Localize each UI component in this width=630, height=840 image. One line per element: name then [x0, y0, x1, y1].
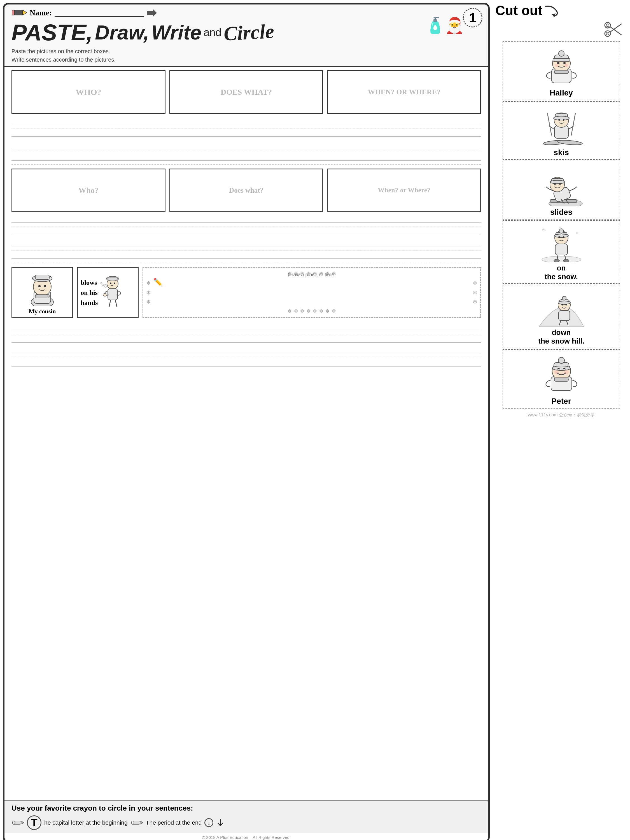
svg-point-79 — [558, 236, 560, 238]
cutout-card-down-hill: down the snow hill. — [503, 285, 620, 348]
svg-point-99 — [558, 357, 564, 363]
svg-point-56 — [554, 116, 569, 120]
example-character-label: My cousin — [28, 308, 56, 315]
section-divider-2 — [11, 263, 481, 263]
svg-point-80 — [563, 236, 564, 238]
title-draw: Draw, — [95, 21, 149, 44]
svg-point-47 — [555, 63, 558, 67]
example-action-text: blows on his hands — [81, 278, 98, 308]
skis-svg — [539, 105, 584, 147]
svg-point-17 — [114, 283, 115, 284]
instruction-row: T he capital letter at the beginning The… — [11, 815, 481, 830]
crayon-left-icon — [11, 819, 24, 826]
svg-line-59 — [549, 126, 554, 129]
svg-marker-4 — [147, 9, 157, 17]
period-hint-text: The period at the end — [146, 819, 202, 826]
svg-marker-32 — [552, 13, 556, 17]
svg-point-37 — [606, 24, 609, 27]
svg-rect-81 — [555, 244, 568, 255]
writing-lines-3 — [11, 322, 481, 366]
title-circle: Circle — [223, 20, 275, 45]
svg-point-20 — [101, 282, 102, 284]
svg-rect-30 — [132, 821, 134, 824]
sentence-boxes-row1: WHO? DOES WHAT? WHEN? OR WHERE? — [11, 70, 481, 114]
svg-line-60 — [568, 126, 574, 129]
box-when-where-2: When? or Where? — [327, 169, 481, 212]
svg-rect-9 — [35, 275, 49, 279]
card-label-slides: slides — [550, 208, 572, 217]
card-label-hailey: Hailey — [549, 88, 573, 98]
svg-point-18 — [104, 284, 107, 287]
svg-point-45 — [557, 62, 559, 64]
example-row: My cousin blows on his hands — [11, 267, 481, 318]
arrow-down-icon — [216, 818, 224, 827]
card-label-peter: Peter — [552, 397, 571, 406]
cutout-card-hailey: Hailey — [503, 41, 620, 100]
svg-line-24 — [115, 300, 117, 306]
title-and: and — [204, 27, 221, 39]
svg-rect-2 — [12, 10, 14, 15]
svg-point-88 — [558, 301, 570, 304]
arrow-right-icon — [147, 9, 157, 17]
cutout-title: Cut out — [495, 3, 542, 18]
capital-hint-text: he capital letter at the beginning — [44, 819, 128, 826]
svg-point-43 — [559, 51, 564, 56]
svg-rect-12 — [35, 295, 49, 298]
cutout-card-skis: skis — [503, 101, 620, 160]
scissors-icon — [602, 20, 624, 39]
title-write: Write — [152, 21, 202, 44]
box-does-what-2: Does what? — [169, 169, 324, 212]
example-box-draw: Draw a place or time. ❄ ❄ ❄ ❄ ❄ ❄ ❄ ❄ ❄❄… — [142, 267, 481, 318]
svg-point-101 — [564, 370, 569, 374]
svg-point-11 — [44, 285, 46, 287]
svg-rect-42 — [553, 58, 570, 61]
svg-rect-92 — [559, 311, 570, 321]
footer: Use your favorite crayon to circle in yo… — [5, 800, 488, 833]
cutout-area: Cut out — [493, 0, 630, 840]
period-circle: . — [204, 818, 213, 827]
card-label-skis: skis — [554, 148, 569, 157]
cutout-card-on-snow: ❄ ❄ ❄ on the snow. — [503, 220, 620, 284]
svg-point-38 — [606, 32, 609, 35]
svg-point-68 — [559, 183, 561, 185]
slides-svg — [538, 164, 585, 206]
svg-point-57 — [558, 119, 560, 121]
cousin-character-svg — [24, 270, 60, 306]
card-label-down-hill: down the snow hill. — [538, 328, 584, 346]
snowflake-decoration: ❄ ❄ ❄ ❄ ❄ ❄ ❄ ❄ ❄❄ ❄❄ ❄❄ ❄ ❄ ❄ ❄ ❄ ❄ ❄ ❄ — [145, 269, 479, 316]
section-divider-1 — [11, 164, 481, 165]
svg-rect-21 — [108, 289, 118, 300]
svg-point-10 — [38, 285, 41, 287]
svg-point-58 — [563, 119, 564, 121]
copyright: © 2018 A Plus Education – All Rights Res… — [5, 835, 488, 840]
svg-line-23 — [109, 300, 111, 306]
svg-point-52 — [557, 139, 583, 145]
svg-point-46 — [564, 62, 565, 64]
svg-point-84 — [554, 259, 559, 262]
box-who-2: Who? — [11, 169, 166, 212]
svg-rect-27 — [13, 821, 15, 824]
cutout-header: Cut out — [494, 3, 628, 18]
card-label-on-snow: on the snow. — [545, 264, 578, 281]
curved-arrow-icon — [544, 4, 559, 17]
hailey-svg — [540, 45, 583, 87]
svg-line-50 — [571, 113, 575, 136]
svg-point-71 — [542, 256, 581, 262]
box-who-1: WHO? — [11, 70, 166, 114]
svg-point-85 — [564, 259, 569, 262]
svg-rect-15 — [108, 277, 117, 280]
crayon-right-icon — [131, 819, 143, 826]
svg-point-77 — [554, 234, 568, 237]
svg-point-98 — [553, 366, 570, 370]
glue-character: 🧴🎅 — [426, 17, 464, 35]
svg-point-100 — [554, 370, 559, 374]
svg-point-48 — [564, 63, 568, 67]
sentence-boxes-row2: Who? Does what? When? or Where? — [11, 169, 481, 212]
svg-rect-102 — [554, 378, 568, 381]
name-label: Name: — [30, 8, 52, 17]
svg-point-22 — [103, 294, 107, 296]
on-snow-svg: ❄ ❄ ❄ — [539, 223, 584, 262]
svg-marker-1 — [23, 10, 27, 15]
worksheet: Name: 1 PASTE, Draw, Write and Circle 🧴🎅… — [3, 3, 490, 840]
svg-text:❄: ❄ — [542, 227, 546, 233]
